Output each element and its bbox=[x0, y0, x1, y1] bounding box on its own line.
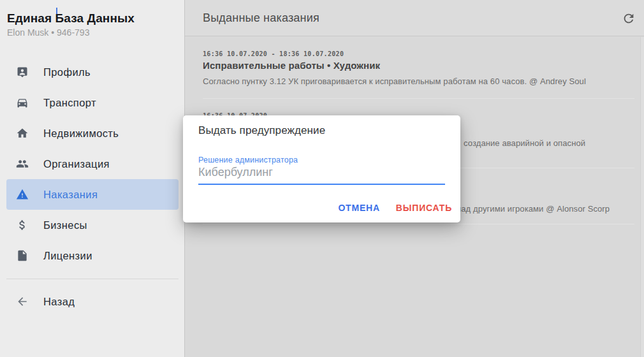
sidebar-item-label: Назад bbox=[43, 296, 75, 308]
punishment-title: Исправительные работы • Художник bbox=[203, 60, 380, 71]
person-pin-icon bbox=[16, 66, 29, 78]
refresh-button[interactable] bbox=[620, 10, 638, 27]
car-icon bbox=[16, 96, 29, 109]
panel-title: Выданные наказания bbox=[203, 11, 319, 25]
warning-icon bbox=[16, 188, 29, 201]
sidebar-divider bbox=[6, 279, 179, 279]
app-title: Единая База Данных bbox=[7, 11, 135, 26]
sidebar-menu: Профиль Транспорт Недвижимость Организац… bbox=[0, 57, 184, 271]
sidebar-item-label: Недвижимость bbox=[43, 127, 119, 140]
punishment-description: Согласно пунтку 3.12 УК приговаривается … bbox=[203, 76, 586, 86]
sidebar-item-label: Наказания bbox=[43, 189, 98, 201]
arrow-back-icon bbox=[16, 295, 29, 308]
sidebar-item-profile[interactable]: Профиль bbox=[6, 57, 179, 87]
dollar-icon bbox=[16, 219, 29, 231]
sidebar-item-label: Бизнесы bbox=[43, 219, 87, 231]
punishment-description: над другими игроками @ Alonsor Scorp bbox=[457, 204, 610, 214]
dialog-title: Выдать предупреждение bbox=[198, 124, 325, 137]
admin-decision-label: Решение администратора bbox=[198, 156, 298, 164]
sidebar-header: Единая База Данных Elon Musk • 946-793 bbox=[7, 11, 135, 38]
dialog-actions: ОТМЕНА ВЫПИСАТЬ bbox=[333, 198, 457, 218]
punishment-description: создание аварийной и опасной bbox=[464, 138, 585, 148]
document-icon bbox=[16, 249, 29, 262]
list-divider bbox=[203, 98, 634, 99]
list-divider bbox=[203, 224, 634, 224]
sidebar-item-licenses[interactable]: Лицензии bbox=[6, 240, 179, 271]
sidebar-item-back[interactable]: Назад bbox=[6, 286, 179, 317]
sidebar-item-label: Лицензии bbox=[43, 250, 92, 262]
scrollbar-track[interactable] bbox=[640, 37, 644, 357]
people-icon bbox=[16, 157, 29, 170]
admin-decision-input[interactable] bbox=[198, 166, 445, 185]
home-icon bbox=[16, 127, 29, 140]
cancel-button[interactable]: ОТМЕНА bbox=[333, 198, 384, 218]
punishment-timestamp: 16:36 10.07.2020 - 18:36 10.07.2020 bbox=[203, 50, 344, 57]
sidebar-item-label: Организация bbox=[43, 158, 110, 170]
sidebar-item-transport[interactable]: Транспорт bbox=[6, 87, 179, 118]
sidebar-item-label: Профиль bbox=[43, 66, 91, 78]
sidebar-item-businesses[interactable]: Бизнесы bbox=[6, 210, 179, 240]
sidebar-item-label: Транспорт bbox=[43, 97, 96, 109]
issue-warning-dialog: Выдать предупреждение Решение администра… bbox=[183, 115, 460, 222]
sidebar-item-organization[interactable]: Организация bbox=[6, 149, 179, 179]
refresh-icon bbox=[622, 11, 637, 26]
submit-button[interactable]: ВЫПИСАТЬ bbox=[391, 198, 457, 218]
sidebar: Единая База Данных Elon Musk • 946-793 П… bbox=[0, 0, 185, 357]
sidebar-item-punishments[interactable]: Наказания bbox=[6, 179, 179, 210]
sidebar-item-realestate[interactable]: Недвижимость bbox=[6, 118, 179, 149]
panel-header: Выданные наказания bbox=[185, 0, 644, 36]
user-name-and-id: Elon Musk • 946-793 bbox=[7, 27, 135, 38]
